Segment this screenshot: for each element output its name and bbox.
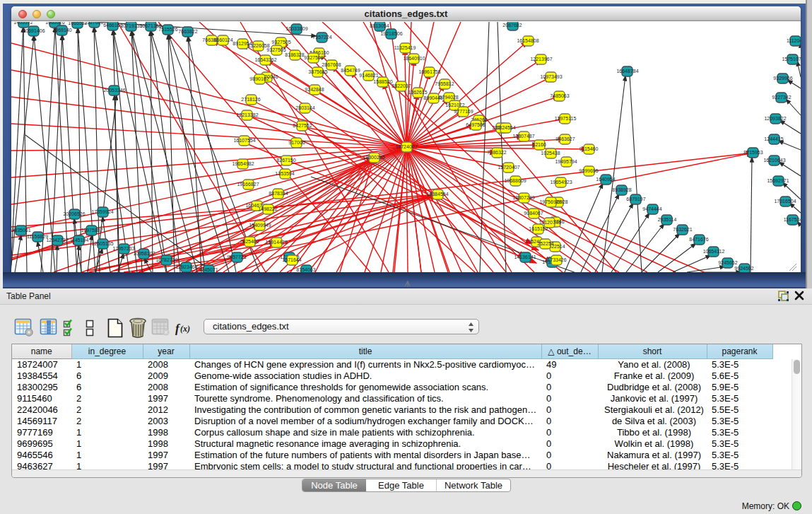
svg-text:19384554: 19384554 (426, 192, 448, 197)
svg-text:15751074: 15751074 (782, 57, 801, 62)
svg-text:16782759: 16782759 (155, 257, 177, 262)
svg-text:2087682: 2087682 (502, 23, 522, 28)
svg-text:16107554: 16107554 (233, 138, 255, 143)
svg-text:17359924: 17359924 (91, 209, 113, 214)
svg-text:7625402: 7625402 (240, 239, 259, 244)
svg-text:9329966: 9329966 (773, 76, 792, 81)
svg-text:8427552: 8427552 (293, 123, 312, 128)
svg-text:12923468: 12923468 (175, 264, 197, 269)
svg-text:15720407: 15720407 (498, 165, 519, 170)
svg-text:917006: 917006 (288, 140, 305, 145)
svg-text:8878334: 8878334 (269, 191, 288, 196)
svg-text:10958107: 10958107 (133, 251, 155, 256)
svg-text:1640954: 1640954 (596, 177, 615, 182)
svg-text:1167534: 1167534 (784, 217, 801, 222)
svg-text:11325419: 11325419 (394, 45, 416, 50)
svg-text:7357224: 7357224 (312, 35, 331, 40)
svg-text:1244415: 1244415 (764, 136, 783, 141)
svg-text:8938928: 8938928 (612, 187, 631, 192)
svg-text:9890162: 9890162 (249, 76, 269, 81)
svg-text:8454749: 8454749 (341, 68, 360, 73)
svg-text:7955812: 7955812 (435, 81, 454, 86)
svg-text:1112048: 1112048 (787, 38, 801, 43)
svg-text:19756928: 19756928 (539, 199, 561, 204)
svg-text:8154063: 8154063 (296, 267, 315, 272)
svg-text:8813054: 8813054 (370, 23, 389, 28)
svg-text:1527602: 1527602 (84, 22, 103, 25)
svg-text:9245071: 9245071 (199, 267, 218, 272)
svg-text:1498222: 1498222 (258, 206, 277, 211)
svg-text:19654923: 19654923 (550, 180, 572, 185)
svg-text:12213967: 12213967 (530, 57, 552, 62)
svg-text:19218506: 19218506 (380, 31, 402, 36)
svg-text:(x): (x) (180, 324, 190, 334)
svg-text:14136141: 14136141 (514, 255, 536, 259)
svg-text:9835061: 9835061 (11, 228, 30, 233)
svg-text:10807487: 10807487 (512, 134, 534, 139)
svg-text:9463627: 9463627 (555, 136, 575, 141)
svg-text:3824554: 3824554 (496, 125, 515, 130)
svg-text:2867608: 2867608 (322, 62, 341, 67)
svg-text:12505135: 12505135 (91, 241, 113, 246)
svg-text:20691406: 20691406 (23, 28, 45, 33)
svg-text:9457721: 9457721 (227, 255, 246, 259)
svg-text:9699695: 9699695 (579, 168, 598, 173)
svg-text:7632621: 7632621 (673, 227, 692, 232)
svg-text:19495794: 19495794 (555, 159, 577, 164)
svg-text:9146821: 9146821 (359, 73, 378, 78)
svg-text:10975887: 10975887 (81, 228, 102, 233)
svg-text:9474444: 9474444 (642, 206, 661, 211)
svg-text:16914479: 16914479 (265, 240, 287, 245)
svg-text:8267150: 8267150 (276, 158, 295, 163)
svg-text:7986322: 7986322 (487, 150, 506, 155)
svg-text:2803144: 2803144 (295, 105, 314, 110)
svg-text:10973493: 10973493 (540, 74, 562, 79)
svg-text:18807249: 18807249 (512, 195, 534, 200)
svg-text:12093822: 12093822 (764, 116, 786, 121)
svg-text:9115460: 9115460 (579, 146, 599, 151)
svg-text:17016504: 17016504 (774, 199, 796, 204)
svg-text:9242848: 9242848 (305, 87, 324, 92)
svg-text:1025438: 1025438 (541, 151, 560, 156)
svg-text:8471676: 8471676 (689, 237, 708, 242)
svg-text:8822037: 8822037 (392, 83, 411, 88)
svg-text:9245652: 9245652 (718, 260, 737, 265)
svg-text:9227342: 9227342 (772, 95, 791, 100)
svg-text:2718126: 2718126 (241, 97, 260, 102)
svg-text:9327505: 9327505 (266, 47, 286, 52)
svg-text:10688609: 10688609 (504, 178, 526, 183)
svg-text:1588520: 1588520 (373, 79, 392, 84)
svg-text:9777169: 9777169 (454, 109, 473, 114)
svg-text:1145194: 1145194 (70, 238, 89, 243)
svg-text:1065526: 1065526 (45, 22, 64, 25)
svg-text:15692971: 15692971 (767, 178, 789, 183)
svg-text:7485063: 7485063 (550, 93, 569, 98)
svg-text:1615152: 1615152 (529, 226, 548, 231)
svg-text:8215953: 8215953 (743, 150, 763, 155)
svg-text:20053346: 20053346 (103, 88, 125, 93)
svg-text:10654112: 10654112 (703, 249, 725, 254)
svg-text:8660124: 8660124 (213, 37, 233, 42)
svg-text:9924502: 9924502 (734, 266, 753, 271)
svg-text:19166827: 19166827 (237, 182, 259, 187)
svg-text:17957233: 17957233 (112, 246, 134, 251)
svg-text:16961758: 16961758 (418, 69, 440, 74)
svg-text:12213382: 12213382 (236, 112, 258, 117)
svg-text:3875685: 3875685 (308, 69, 327, 74)
svg-text:16154808: 16154808 (517, 38, 539, 43)
svg-text:18300295: 18300295 (363, 155, 384, 160)
svg-text:19654982: 19654982 (232, 161, 254, 166)
svg-text:1733426: 1733426 (547, 257, 566, 262)
svg-text:9084067: 9084067 (524, 211, 543, 216)
svg-text:252254: 252254 (537, 241, 553, 246)
svg-text:1405572: 1405572 (13, 22, 33, 25)
svg-text:12342737: 12342737 (46, 238, 68, 243)
svg-text:18640910: 18640910 (403, 56, 425, 61)
svg-text:16210643: 16210643 (763, 158, 785, 163)
svg-text:18724007: 18724007 (395, 144, 417, 149)
svg-text:7663822: 7663822 (178, 29, 197, 34)
svg-text:1353594: 1353594 (275, 171, 294, 176)
svg-text:2069140: 2069140 (52, 28, 71, 33)
svg-text:9327508: 9327508 (304, 55, 323, 60)
svg-text:15409949: 15409949 (249, 223, 271, 228)
